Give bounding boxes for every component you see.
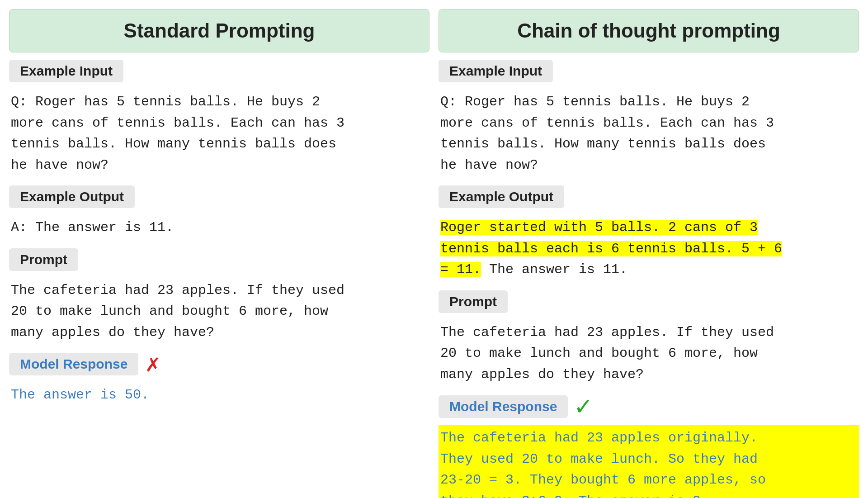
right-prompt-label: Prompt [439, 290, 859, 316]
right-example-output-section: Example Output Roger started with 5 ball… [439, 185, 859, 283]
right-example-output-label: Example Output [439, 185, 859, 211]
right-column: Chain of thought prompting Example Input… [439, 9, 859, 498]
right-prompt-section: Prompt The cafeteria had 23 apples. If t… [439, 290, 859, 388]
left-model-response-row: Model Response ✗ [9, 353, 429, 378]
left-model-response-section: Model Response ✗ The answer is 50. [9, 353, 429, 408]
right-model-response-row: Model Response ✓ [439, 395, 859, 421]
right-example-input-section: Example Input Q: Roger has 5 tennis ball… [439, 60, 859, 178]
left-example-input-section: Example Input Q: Roger has 5 tennis ball… [9, 60, 429, 178]
left-prompt-label: Prompt [9, 248, 429, 274]
right-example-output-text: Roger started with 5 balls. 2 cans of 3 … [439, 214, 859, 283]
right-model-response-text: The cafeteria had 23 apples originally. … [439, 425, 859, 498]
correct-icon: ✓ [575, 395, 591, 421]
left-header: Standard Prompting [9, 9, 429, 52]
left-example-input-label: Example Input [9, 60, 429, 85]
left-example-output-label: Example Output [9, 185, 429, 211]
left-prompt-text: The cafeteria had 23 apples. If they use… [9, 277, 429, 346]
left-example-output-section: Example Output A: The answer is 11. [9, 185, 429, 241]
right-example-input-label: Example Input [439, 60, 859, 85]
left-column: Standard Prompting Example Input Q: Roge… [9, 9, 429, 498]
right-model-response-section: Model Response ✓ The cafeteria had 23 ap… [439, 395, 859, 498]
wrong-icon: ✗ [146, 354, 160, 377]
left-example-output-text: A: The answer is 11. [9, 214, 429, 241]
right-model-tail: The answer is 9. [571, 493, 709, 498]
right-model-highlighted: The cafeteria had 23 apples originally. … [440, 430, 766, 498]
right-prompt-text: The cafeteria had 23 apples. If they use… [439, 319, 859, 388]
left-model-response-text: The answer is 50. [9, 382, 429, 408]
right-header: Chain of thought prompting [439, 9, 859, 52]
right-example-input-text: Q: Roger has 5 tennis balls. He buys 2 m… [439, 89, 859, 178]
right-example-output-tail: The answer is 11. [481, 262, 627, 277]
left-prompt-section: Prompt The cafeteria had 23 apples. If t… [9, 248, 429, 346]
left-example-input-text: Q: Roger has 5 tennis balls. He buys 2 m… [9, 89, 429, 178]
